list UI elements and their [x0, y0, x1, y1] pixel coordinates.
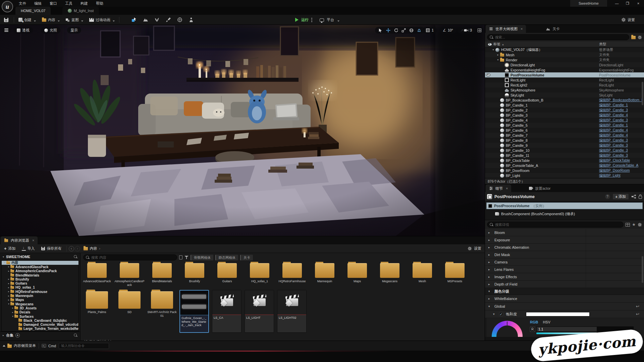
- breadcrumb[interactable]: 内容: [90, 246, 97, 251]
- play-options-icon[interactable]: [311, 17, 312, 23]
- outliner-search-input[interactable]: [495, 35, 627, 39]
- edit-blueprint-link[interactable]: 编辑BP_Candle_3: [599, 148, 628, 153]
- cb-tree-item[interactable]: ▸Mannequin: [2, 294, 78, 298]
- section-lens-flares[interactable]: ▸Lens Flares: [485, 266, 644, 273]
- select-tool-icon[interactable]: [378, 28, 383, 33]
- outliner-row[interactable]: SkyLightSkyLight: [485, 93, 644, 98]
- cb-settings-button[interactable]: 设置: [474, 246, 481, 251]
- help-icon[interactable]: ?: [605, 194, 610, 199]
- filter-static-mesh[interactable]: 静态网格体: [215, 255, 238, 260]
- expander-icon[interactable]: ▾: [496, 58, 500, 61]
- cmd-button[interactable]: >_ Cmd: [42, 344, 56, 348]
- saved-filter-icon[interactable]: [179, 255, 182, 259]
- edit-blueprint-link[interactable]: 编辑BP_ClockTable: [599, 158, 630, 163]
- play-icon[interactable]: [295, 18, 299, 22]
- section-dirt-mask[interactable]: ▸Dirt Mask: [485, 251, 644, 258]
- expander-icon[interactable]: ▸: [496, 53, 500, 56]
- expander-icon[interactable]: ▸: [7, 278, 10, 281]
- expander-icon[interactable]: ▸: [7, 299, 10, 301]
- edit-blueprint-link[interactable]: 编辑BP_Candle_1: [599, 103, 628, 108]
- scale-tool-icon[interactable]: [401, 28, 406, 33]
- section-camera[interactable]: ▸Camera: [485, 258, 644, 266]
- edit-blueprint-link[interactable]: 编辑BP_BookcaseBottom_B: [599, 98, 643, 103]
- tab-place-actors[interactable]: 放置actor: [525, 184, 554, 192]
- minimize-button[interactable]: —: [612, 0, 622, 7]
- content-button[interactable]: 内容: [39, 15, 63, 25]
- outliner-row[interactable]: BP_Candle_10编辑BP_Candle_3: [485, 148, 644, 153]
- save-button[interactable]: [0, 15, 12, 25]
- cb-tree-item[interactable]: ▸Maps: [2, 298, 78, 302]
- filter-funnel-icon[interactable]: [184, 255, 189, 259]
- asset-sequence-tile[interactable]: LS_CA: [212, 290, 241, 333]
- asset-folder-tile[interactable]: MSPresets: [440, 263, 470, 283]
- details-scrollbar[interactable]: [642, 256, 643, 283]
- asset-folder-tile[interactable]: Guitars: [212, 263, 242, 283]
- asset-folder-tile[interactable]: Mesh: [407, 263, 437, 283]
- asset-folder-tile[interactable]: Brushify: [179, 263, 210, 283]
- section-white-balance[interactable]: ▸ WhiteBalance: [485, 295, 644, 303]
- grid-snap-control[interactable]: 1: [423, 27, 437, 34]
- color-wheel[interactable]: [492, 321, 523, 337]
- cb-tree-header[interactable]: ▾ SWEETHOME: [0, 253, 80, 260]
- expander-icon[interactable]: ▾: [11, 315, 14, 318]
- foliage-mode-icon[interactable]: [154, 17, 160, 22]
- edit-blueprint-link[interactable]: 编辑BP_Candle_3: [599, 153, 628, 158]
- paint-mode-icon[interactable]: [166, 17, 171, 22]
- world-space-icon[interactable]: [409, 28, 414, 33]
- cb-tree-item[interactable]: ▸HQ_sofas_1: [2, 286, 78, 290]
- property-saturation[interactable]: ▾ ✓ 饱和度 ↩: [485, 310, 644, 318]
- component-hierarchy-icon[interactable]: [631, 194, 636, 199]
- expander-icon[interactable]: ▸: [7, 290, 10, 293]
- outliner-row[interactable]: BP_Light编辑BP_Light: [485, 173, 644, 178]
- expander-icon[interactable]: ▸: [7, 295, 10, 297]
- cb-tree-item[interactable]: ▸Brushify: [2, 277, 78, 281]
- component-row-postprocessvolume[interactable]: PostProcessVolume （实例）: [486, 202, 643, 209]
- edit-blueprint-link[interactable]: 编辑BP_Candle_3: [599, 143, 628, 148]
- expander-icon[interactable]: ▸: [7, 282, 10, 285]
- edit-blueprint-link[interactable]: 编辑BP_Candle_1: [599, 123, 628, 128]
- outliner-row[interactable]: RectLight2RectLight: [485, 82, 644, 87]
- asset-folder-tile[interactable]: Mannequin: [310, 263, 340, 283]
- cb-tree-item[interactable]: ▸3D_Assets: [2, 306, 78, 310]
- search-icon[interactable]: [74, 255, 77, 259]
- cinematics-button[interactable]: 过场动画: [86, 15, 118, 25]
- cb-tree-item[interactable]: ▸AdvancedGlassPack: [2, 265, 78, 269]
- lock-icon[interactable]: [639, 196, 642, 199]
- console-input[interactable]: [61, 344, 107, 348]
- asset-folder-tile[interactable]: Megascans: [375, 263, 405, 283]
- asset-folder-tile[interactable]: HQRetroFarmhouse: [277, 263, 307, 283]
- cb-tree-item[interactable]: BlendMaterials: [2, 273, 78, 277]
- red-channel-field[interactable]: 1.1: [536, 326, 634, 332]
- expander-icon[interactable]: ▸: [7, 270, 10, 273]
- menu-edit[interactable]: 编辑: [34, 0, 42, 7]
- outliner-row[interactable]: BP_Candle_3编辑BP_Candle_4: [485, 113, 644, 118]
- forward-button[interactable]: ›: [75, 246, 80, 251]
- tab-home-vol07[interactable]: HOME_VOL07: [15, 7, 51, 15]
- outliner-search[interactable]: [487, 34, 629, 40]
- cb-save-all-button[interactable]: 保存所有: [38, 244, 64, 253]
- asset-folder-tile[interactable]: Plants_Palms: [82, 291, 112, 314]
- edit-blueprint-link[interactable]: 编辑BP_Candle_4: [599, 113, 628, 118]
- details-settings-icon[interactable]: [638, 223, 642, 227]
- component-row-brushcomponent[interactable]: BrushComponent (BrushComponent0) (继承): [486, 210, 643, 217]
- outliner-row[interactable]: BP_Candle_4编辑BP_Candle_3: [485, 118, 644, 123]
- outliner-row[interactable]: RectLightRectLight: [485, 77, 644, 82]
- surface-snap-icon[interactable]: [417, 28, 421, 33]
- perspective-button[interactable]: 透视: [13, 27, 33, 34]
- edit-blueprint-link[interactable]: 编辑BP_Candle_3: [599, 108, 628, 113]
- move-tool-icon[interactable]: [386, 28, 390, 33]
- search-icon[interactable]: [74, 334, 77, 337]
- platforms-button[interactable]: 平台: [327, 17, 334, 22]
- details-search-input[interactable]: [495, 223, 621, 227]
- asset-folder-tile[interactable]: HQ_sofas_1: [245, 263, 275, 283]
- outliner-row[interactable]: BP_Candle_11编辑BP_Candle_3: [485, 153, 644, 158]
- edit-blueprint-link[interactable]: 编辑BP_Light: [599, 173, 621, 178]
- cb-collections-row[interactable]: ▸ 合集 +: [0, 331, 80, 339]
- type-column-header[interactable]: 类型: [599, 42, 606, 47]
- filter-level[interactable]: 关卡: [240, 255, 253, 260]
- edit-blueprint-link[interactable]: 编辑BP_Candle_4: [599, 128, 628, 133]
- settings-button[interactable]: 设置: [628, 17, 635, 22]
- console-input-pill[interactable]: [59, 343, 109, 349]
- outliner-row[interactable]: ▾Render文件夹: [485, 57, 644, 62]
- cb-add-button[interactable]: +添加: [1, 244, 18, 253]
